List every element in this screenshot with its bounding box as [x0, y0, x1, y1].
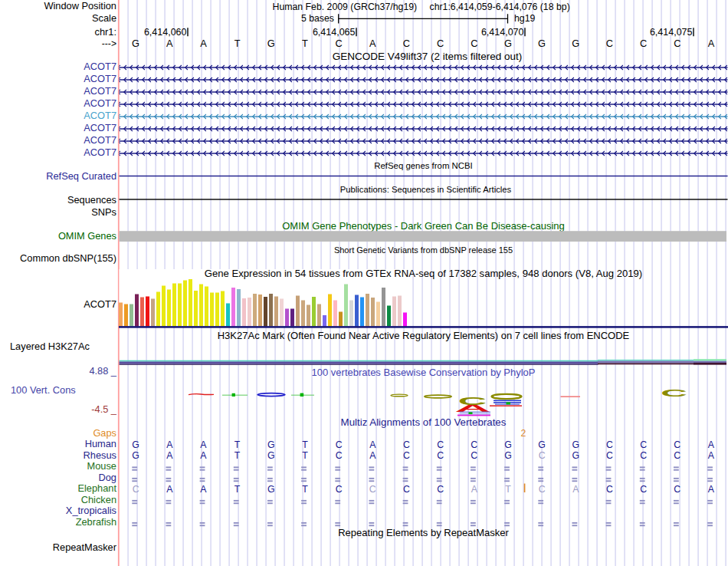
svg-text:G: G	[132, 439, 139, 450]
svg-text:T: T	[234, 439, 241, 450]
svg-text:Sequences: Sequences	[67, 194, 116, 206]
svg-text:chr1:6,414,059-6,414,076 (18 b: chr1:6,414,059-6,414,076 (18 bp)	[430, 2, 570, 12]
svg-text:C: C	[606, 38, 613, 49]
svg-text:ACOT7: ACOT7	[84, 298, 116, 310]
svg-text:A: A	[369, 38, 376, 49]
svg-text:C: C	[539, 484, 546, 495]
svg-text:G: G	[572, 450, 579, 461]
svg-text:G: G	[572, 439, 579, 450]
svg-text:C: C	[640, 484, 647, 495]
svg-text:C: C	[336, 439, 343, 450]
svg-text:C: C	[606, 439, 613, 450]
svg-text:H3K27Ac Mark (Often Found Near: H3K27Ac Mark (Often Found Near Active Re…	[218, 330, 630, 341]
svg-text:G: G	[267, 38, 275, 49]
svg-text:GENCODE V49lift37 (2 items fil: GENCODE V49lift37 (2 items filtered out)	[333, 51, 523, 62]
svg-text:T: T	[302, 439, 308, 450]
svg-text:A: A	[708, 38, 715, 49]
svg-text:C: C	[674, 439, 680, 450]
svg-text:A: A	[708, 439, 715, 450]
svg-text:G: G	[132, 38, 139, 49]
svg-text:T: T	[234, 450, 241, 461]
svg-text:ACOT7: ACOT7	[84, 134, 116, 146]
svg-text:ACOT7: ACOT7	[84, 146, 116, 158]
svg-text:OMIM Gene Phenotypes - Dark Gr: OMIM Gene Phenotypes - Dark Green Can Be…	[282, 220, 565, 232]
svg-text:C: C	[606, 450, 613, 461]
svg-text:C: C	[640, 439, 647, 450]
svg-text:RepeatMasker: RepeatMasker	[53, 541, 117, 553]
svg-text:100 Vert. Cons: 100 Vert. Cons	[11, 384, 76, 396]
svg-text:Window Position: Window Position	[44, 0, 116, 12]
svg-text:T: T	[505, 484, 511, 495]
svg-text:A: A	[572, 484, 579, 495]
svg-text:C: C	[471, 439, 477, 450]
svg-text:4.88 _: 4.88 _	[89, 365, 116, 377]
svg-text:Mouse: Mouse	[87, 460, 116, 472]
svg-text:C: C	[606, 484, 613, 495]
svg-text:X_tropicalis: X_tropicalis	[66, 505, 116, 516]
svg-text:C: C	[403, 450, 410, 461]
svg-text:C: C	[640, 38, 647, 49]
svg-text:C: C	[336, 484, 343, 495]
svg-text:A: A	[369, 450, 376, 461]
svg-text:C: C	[403, 439, 410, 450]
svg-text:G: G	[267, 439, 275, 450]
svg-text:RefSeq genes from NCBI: RefSeq genes from NCBI	[374, 161, 473, 170]
svg-text:G: G	[538, 439, 546, 450]
svg-text:T: T	[302, 38, 308, 49]
svg-text:T: T	[302, 450, 308, 461]
svg-text:6,414,060: 6,414,060	[144, 27, 187, 38]
svg-text:Layered H3K27Ac: Layered H3K27Ac	[10, 341, 90, 352]
svg-text:6,414,070: 6,414,070	[481, 27, 524, 38]
svg-text:A: A	[166, 450, 173, 461]
svg-text:A: A	[166, 484, 173, 495]
svg-text:T: T	[302, 484, 308, 495]
svg-text:ACOT7: ACOT7	[84, 122, 116, 133]
svg-text:G: G	[572, 38, 579, 49]
svg-text:2: 2	[521, 428, 526, 439]
svg-text:C: C	[471, 38, 477, 49]
svg-text:Zebrafish: Zebrafish	[76, 516, 116, 528]
svg-text:A: A	[471, 484, 478, 495]
svg-text:OMIM Genes: OMIM Genes	[58, 230, 116, 242]
svg-text:G: G	[504, 439, 512, 450]
svg-text:RefSeq Curated: RefSeq Curated	[46, 170, 116, 182]
svg-text:A: A	[708, 450, 715, 461]
svg-text:A: A	[200, 450, 207, 461]
svg-text:C: C	[539, 450, 546, 461]
svg-text:Short Genetic Variants from db: Short Genetic Variants from dbSNP releas…	[334, 245, 513, 255]
svg-text:Chicken: Chicken	[81, 494, 116, 505]
svg-text:Human Feb. 2009 (GRCh37/hg19): Human Feb. 2009 (GRCh37/hg19)	[273, 2, 418, 12]
svg-text:ACOT7: ACOT7	[84, 97, 116, 109]
svg-text:6,414,065: 6,414,065	[313, 27, 356, 38]
svg-text:G: G	[504, 450, 512, 461]
svg-text:--->: --->	[102, 38, 116, 49]
svg-text:Scale: Scale	[92, 12, 116, 24]
svg-text:Elephant: Elephant	[77, 482, 116, 494]
svg-text:C: C	[471, 450, 477, 461]
svg-text:C: C	[403, 38, 410, 49]
svg-text:Rhesus: Rhesus	[84, 449, 116, 461]
svg-text:C: C	[335, 38, 342, 49]
svg-text:A: A	[200, 484, 207, 495]
svg-text:Human: Human	[85, 438, 116, 449]
svg-text:Common dbSNP(155): Common dbSNP(155)	[20, 252, 116, 264]
svg-text:chr1:: chr1:	[95, 26, 116, 38]
svg-text:C: C	[674, 450, 680, 461]
svg-text:Dog: Dog	[99, 472, 116, 483]
svg-text:A: A	[200, 38, 207, 49]
svg-text:Publications: Sequences in Sci: Publications: Sequences in Scientific Ar…	[340, 185, 512, 194]
svg-text:ACOT7: ACOT7	[84, 73, 116, 84]
svg-text:C: C	[674, 38, 680, 49]
svg-text:T: T	[234, 38, 241, 49]
svg-text:G: G	[267, 450, 275, 461]
svg-text:C: C	[437, 484, 444, 495]
svg-text:ACOT7: ACOT7	[84, 110, 116, 121]
svg-text:C: C	[403, 484, 410, 495]
svg-text:ACOT7: ACOT7	[84, 61, 116, 72]
svg-text:C: C	[133, 484, 139, 495]
svg-text:Multiz Alignments of 100 Verte: Multiz Alignments of 100 Vertebrates	[341, 416, 507, 428]
svg-text:C: C	[437, 38, 444, 49]
svg-text:C: C	[674, 484, 680, 495]
svg-text:C: C	[640, 450, 647, 461]
svg-text:A: A	[369, 439, 376, 450]
